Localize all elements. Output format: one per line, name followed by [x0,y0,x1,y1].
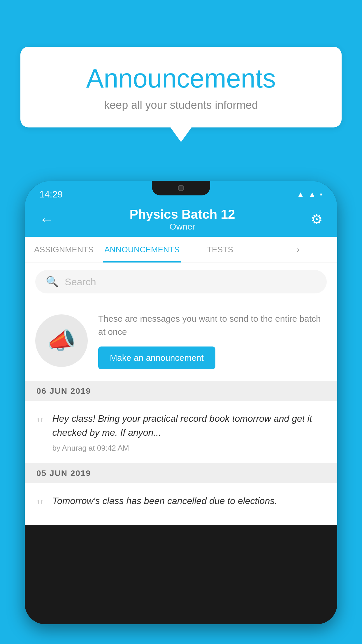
app-bar: ← Physics Batch 12 Owner ⚙ [25,202,337,237]
search-icon: 🔍 [46,276,59,288]
tab-more[interactable]: › [259,237,337,262]
announcement-message-1: Hey class! Bring your practical record b… [52,412,326,440]
tab-announcements[interactable]: ANNOUNCEMENTS [103,237,181,262]
app-bar-title: Physics Batch 12 [130,207,235,222]
quote-icon-2: " [36,497,44,514]
back-button[interactable]: ← [39,211,54,228]
make-announcement-button[interactable]: Make an announcement [98,346,215,369]
announcement-item-2[interactable]: " Tomorrow's class has been cancelled du… [25,483,337,525]
bubble-subtitle: keep all your students informed [44,99,318,111]
phone-camera [178,185,184,191]
search-bar[interactable]: 🔍 Search [35,270,327,293]
search-bar-container: 🔍 Search [25,263,337,300]
megaphone-icon: 📣 [47,327,76,354]
tab-bar: ASSIGNMENTS ANNOUNCEMENTS TESTS › [25,237,337,263]
phone-content: 🔍 Search 📣 These are messages you want t… [25,263,337,525]
settings-icon[interactable]: ⚙ [311,211,323,227]
bubble-title: Announcements [44,64,318,93]
bubble-arrow [171,127,191,142]
announcement-meta-1: by Anurag at 09:42 AM [52,444,326,453]
announcement-empty-card: 📣 These are messages you want to send to… [25,300,337,381]
quote-icon-1: " [36,414,44,453]
battery-icon: ▪ [320,190,323,199]
speech-bubble: Announcements keep all your students inf… [20,47,342,127]
date-separator-2: 05 JUN 2019 [25,463,337,483]
wifi-icon: ▲ [297,190,304,199]
phone-container: 14:29 ▲ ▲ ▪ ← Physics Batch 12 Owner ⚙ A… [25,181,337,644]
announcement-description: These are messages you want to send to t… [98,312,327,338]
app-bar-title-group: Physics Batch 12 Owner [130,207,235,232]
announcement-right: These are messages you want to send to t… [98,312,327,369]
announcement-icon-circle: 📣 [35,314,88,367]
announcement-item-1[interactable]: " Hey class! Bring your practical record… [25,401,337,463]
announcement-text-2: Tomorrow's class has been cancelled due … [52,494,326,514]
status-time: 14:29 [39,189,63,200]
app-bar-subtitle: Owner [130,222,235,232]
tab-tests[interactable]: TESTS [181,237,259,262]
date-separator-1: 06 JUN 2019 [25,381,337,401]
search-input[interactable]: Search [65,276,96,288]
phone-notch [152,181,210,195]
speech-bubble-section: Announcements keep all your students inf… [20,47,342,142]
announcement-text-1: Hey class! Bring your practical record b… [52,412,326,453]
tab-assignments[interactable]: ASSIGNMENTS [25,237,103,262]
announcement-message-2: Tomorrow's class has been cancelled due … [52,494,326,508]
status-icons: ▲ ▲ ▪ [297,190,323,199]
signal-icon: ▲ [308,190,316,199]
phone-frame: 14:29 ▲ ▲ ▪ ← Physics Batch 12 Owner ⚙ A… [25,181,337,624]
